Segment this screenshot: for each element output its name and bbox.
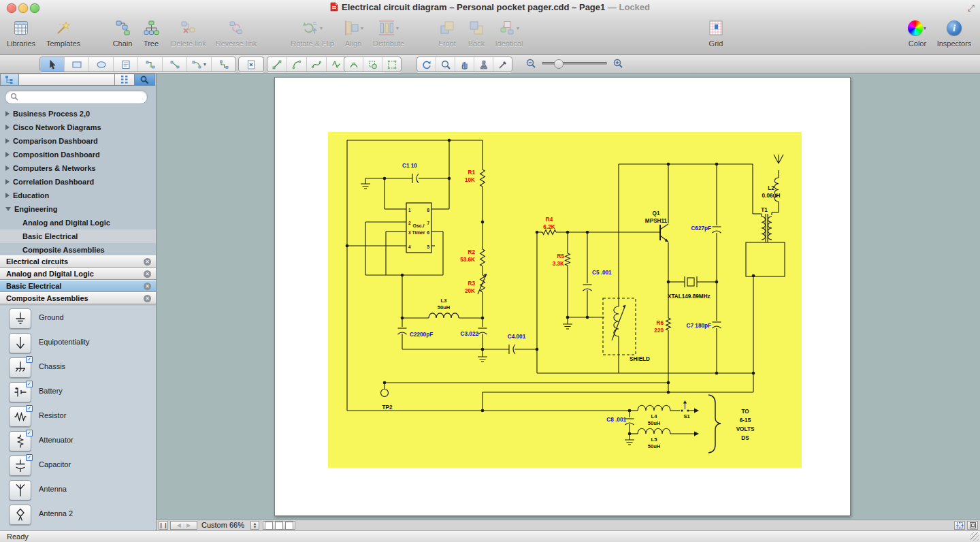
checkbox-badge-icon[interactable]: ✓ [26,356,33,363]
tool-reshape[interactable] [344,57,363,71]
shape-preview[interactable] [9,308,31,329]
disclosure-triangle-icon[interactable] [5,125,10,130]
tool-transform[interactable] [382,57,401,71]
zoom-slider-track[interactable] [542,62,607,65]
zoom-slider-thumb[interactable] [554,59,564,69]
tree-item-comparison-dashboard[interactable]: Comparison Dashboard [0,134,156,148]
shape-preview[interactable]: ✓ [9,382,31,402]
tree-item-business-process-2-0[interactable]: Business Process 2,0 [0,107,156,121]
actual-size-button[interactable] [967,521,978,530]
disclosure-triangle-icon[interactable] [5,179,10,185]
disclosure-triangle-icon[interactable] [5,207,11,211]
checkbox-badge-icon[interactable]: ✓ [26,454,33,461]
titlebar[interactable]: Electrical circuit diagram – Personal po… [0,0,980,15]
tool-connector-smart[interactable] [212,57,235,71]
tree-item-composite-assemblies[interactable]: Composite Assemblies [0,243,156,257]
tool-connector-curve[interactable]: ▼ [187,57,212,71]
tree-view-button[interactable] [0,74,19,86]
tree-item-engineering[interactable]: Engineering [0,202,156,216]
resize-grip[interactable] [970,532,979,541]
close-library-icon[interactable]: ✕ [144,270,151,278]
tool-spline[interactable] [307,57,327,71]
shape-item-capacitor[interactable]: ✓Capacitor [0,453,156,477]
zoom-level[interactable]: Custom 66% [201,521,244,529]
shape-preview[interactable]: ✓ [9,456,31,476]
tree-item-education[interactable]: Education [0,189,156,202]
tree-item-correlation-dashboard[interactable]: Correlation Dashboard [0,175,156,189]
shape-preview[interactable]: ✓ [9,431,31,451]
tool-refresh[interactable] [417,57,436,71]
library-header-electrical-circuits[interactable]: Electrical circuits✕ [0,255,156,268]
page-nav-buttons[interactable]: ◀|▶ [170,521,197,530]
toolbar-item-grid[interactable]: Grid [683,18,749,48]
shape-item-antenna2[interactable]: Antenna 2 [0,502,156,526]
shape-preview[interactable] [9,505,31,525]
shape-item-battery[interactable]: ✓Battery [0,379,156,404]
library-header-basic-electrical[interactable]: Basic Electrical✕ [0,280,156,292]
page-tab[interactable] [265,522,273,530]
disclosure-triangle-icon[interactable] [5,111,10,116]
search-input[interactable] [5,90,148,104]
shape-item-attenuator[interactable]: ✓Attenuator [0,428,156,453]
tool-disconnect[interactable] [239,57,263,71]
toolbar-item-templates[interactable]: Templates [31,18,96,48]
toolbar-item-inspectors[interactable]: iInspectors [921,18,980,48]
zoom-stepper[interactable]: ▲▼ [250,521,259,530]
shape-item-antenna[interactable]: Antenna [0,477,156,502]
tree-item-composition-dashboard[interactable]: Composition Dashboard [0,148,156,161]
shape-item-chassis[interactable]: ✓Chassis [0,355,156,379]
tree-item-cisco-network-diagrams[interactable]: Cisco Network Diagrams [0,121,156,134]
tool-group-select[interactable] [363,57,382,71]
canvas-area[interactable]: C1 10R110K12348765Osc./TimerR253.6KR320K… [157,74,980,520]
sidebar-header-spacer[interactable] [19,74,115,86]
tool-rectangle[interactable] [65,57,89,71]
library-header-analog-and-digital-logic[interactable]: Analog and Digital Logic✕ [0,268,156,280]
disclosure-triangle-icon[interactable] [5,193,10,198]
shape-preview[interactable]: ✓ [9,406,31,427]
tool-connector-elbow[interactable] [138,57,163,71]
tool-ellipse[interactable] [89,57,114,71]
tool-stamp[interactable] [474,57,493,71]
page-tab[interactable] [285,522,293,530]
page-tab[interactable] [275,522,283,530]
tool-hand[interactable] [455,57,474,71]
tool-eyedropper[interactable] [493,57,512,71]
library-header-composite-assemblies[interactable]: Composite Assemblies✕ [0,292,156,304]
shape-item-resistor[interactable]: ✓Resistor [0,404,156,428]
search-view-button[interactable] [135,74,155,86]
document-page[interactable]: C1 10R110K12348765Osc./TimerR253.6KR320K… [274,77,851,516]
fullscreen-icon[interactable]: ⤢ [968,3,975,14]
tool-connector-direct[interactable] [163,57,187,71]
shape-item-equipotentiality[interactable]: Equipotentiality [0,330,156,355]
fit-page-button[interactable] [954,521,965,530]
tool-zoom-tool[interactable] [436,57,455,71]
zoom-out-icon[interactable] [525,58,536,69]
zoom-in-icon[interactable] [612,58,623,69]
svg-text:R6: R6 [657,320,664,326]
checkbox-badge-icon[interactable]: ✓ [26,405,33,412]
tool-line[interactable] [267,57,287,71]
icon-view-button[interactable] [115,74,135,86]
tool-pointer[interactable] [40,57,65,71]
zoom-slider[interactable] [525,58,623,69]
disclosure-triangle-icon[interactable] [5,152,10,157]
close-library-icon[interactable]: ✕ [144,295,151,302]
checkbox-badge-icon[interactable]: ✓ [26,430,33,436]
close-library-icon[interactable]: ✕ [144,283,151,290]
shape-preview[interactable] [9,480,31,500]
disclosure-triangle-icon[interactable] [5,138,10,144]
shape-item-ground[interactable]: Ground [0,306,156,330]
page-tabs[interactable] [263,521,295,530]
shape-preview[interactable]: ✓ [9,357,31,378]
tree-item-computers-networks[interactable]: Computers & Networks [0,161,156,175]
tree-item-basic-electrical[interactable]: Basic Electrical [0,229,156,243]
disclosure-triangle-icon[interactable] [5,165,10,171]
close-library-icon[interactable]: ✕ [144,258,151,266]
checkbox-badge-icon[interactable]: ✓ [26,381,33,387]
circuit-diagram[interactable]: C1 10R110K12348765Osc./TimerR253.6KR320K… [328,132,802,468]
tool-text[interactable] [114,57,138,71]
pause-pages-button[interactable]: ❙❙ [159,521,168,530]
tool-arc[interactable] [287,57,307,71]
shape-preview[interactable] [9,333,31,353]
tree-item-analog-and-digital-logic[interactable]: Analog and Digital Logic [0,216,156,229]
